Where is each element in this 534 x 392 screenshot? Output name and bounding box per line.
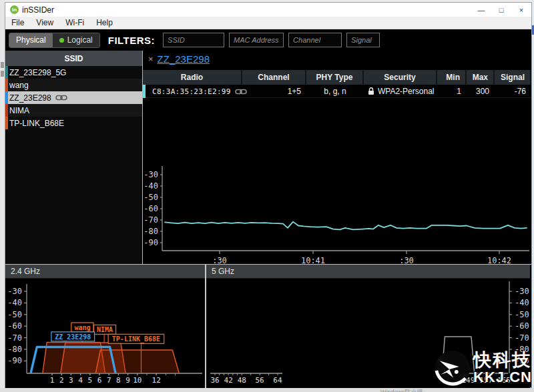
col-radio[interactable]: Radio (143, 70, 242, 85)
network-color-stripe (5, 79, 8, 91)
network-color-stripe (5, 91, 8, 104)
svg-text:140: 140 (441, 376, 455, 385)
filter-signal-input[interactable] (346, 33, 380, 47)
radio-table-header: Radio Channel PHY Type Security Min Max … (143, 70, 531, 85)
svg-text:-90: -90 (7, 356, 22, 365)
svg-text:5: 5 (87, 376, 92, 385)
maximize-button[interactable]: □ (491, 3, 511, 17)
col-max[interactable]: Max (467, 70, 495, 85)
ssid-label: NIMA (9, 106, 29, 115)
filter-ssid-input[interactable] (163, 33, 224, 47)
cell-signal: -76 (495, 85, 531, 98)
filters-label: FILTERS: (108, 35, 155, 46)
svg-text:-50: -50 (515, 310, 529, 319)
network-detail-panel: -30-40-50-60-70-80-90:3010:41:3010:42 × … (143, 51, 531, 264)
toggle-logical[interactable]: Logical (53, 33, 99, 47)
svg-text:64: 64 (273, 376, 282, 385)
ssid-row-wang[interactable]: wang (5, 79, 142, 91)
menu-view[interactable]: View (30, 17, 59, 29)
menu-wifi[interactable]: Wi-Fi (59, 17, 90, 29)
svg-text:-80: -80 (144, 227, 158, 236)
svg-text:6: 6 (97, 376, 102, 385)
radio-table: Radio Channel PHY Type Security Min Max … (143, 70, 531, 98)
cell-min: 1 (437, 85, 467, 98)
tab-title-link[interactable]: ZZ_23E298 (158, 53, 210, 65)
svg-text:12: 12 (152, 376, 161, 385)
svg-text:48: 48 (238, 376, 246, 385)
ssid-label: wang (9, 81, 29, 90)
menu-bar: File View Wi-Fi Help (5, 17, 531, 29)
svg-text:4: 4 (78, 376, 83, 385)
lock-icon (368, 87, 374, 95)
close-button[interactable]: × (511, 3, 531, 17)
col-min[interactable]: Min (437, 70, 467, 85)
menu-help[interactable]: Help (90, 17, 119, 29)
svg-text:-50: -50 (7, 310, 22, 319)
network-color-stripe (5, 66, 8, 79)
ssid-row-zz-23e298[interactable]: ZZ_23E298 (5, 91, 142, 104)
svg-text:NIMA: NIMA (97, 326, 113, 333)
toggle-logical-label: Logical (67, 35, 93, 45)
ssid-row-tp-link-b68e[interactable]: TP-LINK_B68E (5, 117, 142, 129)
radio-table-row[interactable]: C8:3A:35:23:E2:99 1+5 b, g, n WPA2 (143, 85, 531, 98)
menu-file[interactable]: File (5, 17, 30, 29)
inssider-window: in inSSIDer — □ × File View Wi-Fi Help P… (5, 2, 532, 388)
svg-text:-60: -60 (7, 321, 22, 331)
filter-mac-input[interactable] (229, 33, 284, 47)
ssid-label: ZZ_23E298 (9, 93, 51, 103)
svg-text:-70: -70 (144, 215, 158, 225)
col-security[interactable]: Security (364, 70, 437, 85)
svg-text:-40: -40 (144, 181, 158, 191)
cell-security: WPA2-Personal (378, 87, 434, 96)
band-header-24ghz: 2.4 GHz (5, 265, 205, 279)
svg-text:-90: -90 (144, 238, 158, 247)
svg-text:-60: -60 (144, 204, 158, 213)
col-signal[interactable]: Signal (495, 70, 531, 85)
filter-channel-input[interactable] (288, 33, 342, 47)
svg-text:42: 42 (224, 376, 233, 385)
svg-text:36: 36 (210, 376, 219, 385)
physical-logical-toggle: Physical Logical (9, 33, 100, 48)
svg-text:-80: -80 (515, 345, 529, 354)
svg-text:ZZ_23E298: ZZ_23E298 (55, 333, 91, 341)
svg-text:10:41: 10:41 (301, 256, 325, 264)
ssid-label: ZZ_23E298_5G (9, 68, 66, 77)
svg-text:-30: -30 (515, 287, 529, 296)
cell-phy-type: b, g, n (306, 85, 364, 98)
svg-text:-30: -30 (144, 170, 158, 179)
svg-text:10:42: 10:42 (487, 256, 511, 264)
band-panel-5ghz: 5 GHz -30-40-50-60-70-80-903642485664140… (206, 265, 530, 388)
tab-close-icon[interactable]: × (148, 54, 154, 64)
svg-text::30: :30 (399, 256, 414, 264)
channel-graph-24ghz: -30-40-50-60-70-80-901234567891012wangNI… (5, 279, 205, 388)
band-panel-24ghz: 2.4 GHz -30-40-50-60-70-80-9012345678910… (5, 265, 206, 388)
svg-text:-40: -40 (515, 298, 529, 307)
background-page-icon (1, 62, 4, 68)
cell-max: 300 (467, 85, 495, 98)
network-color-stripe (5, 104, 8, 117)
radio-color-stripe (143, 85, 146, 98)
minimize-button[interactable]: — (471, 3, 491, 17)
svg-text:7: 7 (107, 376, 111, 385)
svg-text:1: 1 (50, 376, 55, 385)
cell-channel: 1+5 (242, 85, 306, 98)
network-color-stripe (5, 117, 8, 129)
toggle-physical-label: Physical (16, 35, 46, 45)
connected-link-icon (55, 95, 67, 101)
ssid-row-nima[interactable]: NIMA (5, 104, 142, 117)
svg-text:wang: wang (74, 324, 90, 331)
toggle-physical[interactable]: Physical (9, 33, 53, 47)
ssid-row-zz-23e298-5g[interactable]: ZZ_23E298_5G (5, 66, 142, 79)
col-phy-type[interactable]: PHY Type (306, 70, 364, 85)
svg-text:8: 8 (116, 376, 121, 385)
svg-text:149: 149 (461, 376, 475, 385)
col-channel[interactable]: Channel (242, 70, 306, 85)
svg-text:10: 10 (133, 376, 142, 385)
window-title: inSSIDer (22, 5, 54, 15)
channel-graph-5ghz: -30-40-50-60-70-80-903642485664140149157… (206, 279, 530, 388)
title-bar[interactable]: in inSSIDer — □ × (5, 3, 531, 17)
ssid-label: TP-LINK_B68E (9, 119, 64, 128)
svg-text:3: 3 (69, 376, 73, 385)
background-page-bottom-sliver: Windows防火墙 (0, 388, 534, 392)
logical-status-dot (59, 38, 64, 43)
